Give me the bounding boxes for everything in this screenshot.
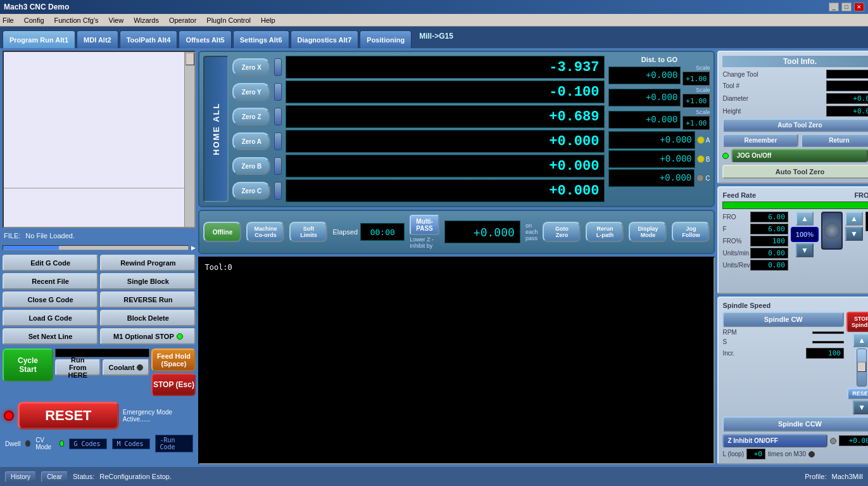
soft-limits-button[interactable]: SoftLimits xyxy=(289,222,327,242)
spindle-increase-button[interactable]: ▲ xyxy=(853,333,868,347)
close-gcode-button[interactable]: Close G Code xyxy=(3,291,98,308)
menu-function-cfgs[interactable]: Function Cfg's xyxy=(54,16,99,24)
spindle-ccw-button[interactable]: Spindle CCW xyxy=(722,416,868,432)
jog-follow-button[interactable]: JogFollow xyxy=(672,222,710,242)
feed-decrease-right-button[interactable]: ▼ xyxy=(845,227,863,241)
tab-offsets[interactable]: Offsets Alt5 xyxy=(179,30,231,48)
center-panel: HOME ALL Zero X Zero Y Zero Z Zero A Zer… xyxy=(198,51,715,464)
rewind-program-button[interactable]: Rewind Program xyxy=(100,255,196,271)
feed-decrease-button[interactable]: ▼ xyxy=(796,243,814,257)
progress-area: ▶ xyxy=(3,245,196,251)
tab-program-run[interactable]: Program Run Alt1 xyxy=(3,30,75,48)
close-button[interactable]: ✕ xyxy=(854,3,864,11)
load-gcode-button[interactable]: Load G Code xyxy=(3,310,98,326)
zero-b-button[interactable]: Zero B xyxy=(232,157,270,175)
spindle-slider[interactable] xyxy=(857,349,867,387)
spindle-cw-button[interactable]: Spindle CW xyxy=(722,312,843,327)
gcode-scrollbar-thumb[interactable] xyxy=(186,53,194,65)
zero-z-button[interactable]: Zero Z xyxy=(232,108,270,125)
z-inhibit-led xyxy=(830,438,836,444)
b-axis-slider[interactable] xyxy=(274,157,282,175)
gcode-divider xyxy=(4,188,184,189)
stop-esc-button[interactable]: STOP (Esc) xyxy=(151,373,196,396)
menu-wizards[interactable]: Wizards xyxy=(134,16,159,24)
left-panel: FILE: No File Loaded. ▶ Edit G Code Rewi… xyxy=(3,51,196,464)
tab-positioning[interactable]: Positioning xyxy=(360,30,412,48)
feed-increase-right-button[interactable]: ▲ xyxy=(845,212,863,226)
gcode-scrollbar[interactable] xyxy=(184,52,194,227)
menu-view[interactable]: View xyxy=(109,16,124,24)
menu-file[interactable]: File xyxy=(3,16,14,24)
display-mode-button[interactable]: DisplayMode xyxy=(629,222,667,242)
machine-coords-button[interactable]: MachineCo-ords xyxy=(246,222,284,242)
z-axis-slider[interactable] xyxy=(274,108,282,125)
minimize-button[interactable]: _ xyxy=(829,3,839,11)
l-loop-row: L (loop) +0 times on M30 xyxy=(722,449,868,459)
zero-c-button[interactable]: Zero C xyxy=(232,182,270,200)
remember-button[interactable]: Remember xyxy=(722,134,798,147)
g-codes-display[interactable]: G Codes xyxy=(69,438,107,449)
zero-y-button[interactable]: Zero Y xyxy=(232,83,270,101)
c-axis-label: C xyxy=(705,175,710,182)
home-all-button[interactable]: HOME ALL xyxy=(203,56,229,202)
run-from-here-button[interactable]: Run From HERE xyxy=(55,359,101,376)
tool-num-row: Tool # 0 xyxy=(722,80,868,91)
b-axis-label: B xyxy=(706,156,710,163)
b-dro: +0.000 xyxy=(286,155,605,177)
feed-hold-button[interactable]: Feed Hold (Space) xyxy=(151,349,196,371)
maximize-button[interactable]: □ xyxy=(841,3,852,11)
spindle-decrease-button[interactable]: ▼ xyxy=(853,400,868,414)
spindle-reset-button[interactable]: RESET xyxy=(847,388,868,399)
single-block-button[interactable]: Single Block xyxy=(100,273,196,290)
jog-led-left xyxy=(722,153,729,159)
feed-bar xyxy=(722,201,868,209)
axis-sliders xyxy=(274,56,282,202)
zero-a-button[interactable]: Zero A xyxy=(232,132,270,150)
block-delete-button[interactable]: Block Delete xyxy=(100,310,196,326)
tab-toolpath[interactable]: ToolPath Alt4 xyxy=(120,30,178,48)
goto-zero-button[interactable]: GotoZero xyxy=(543,222,581,242)
menu-operator[interactable]: Operator xyxy=(169,16,196,24)
z-scale-label: Scale xyxy=(682,109,710,115)
jog-onoff-button[interactable]: JOG On/Off xyxy=(731,149,868,162)
m1-optional-stop-button[interactable]: M1 Optional STOP xyxy=(100,328,196,345)
auto-tool-zero-button[interactable]: Auto Tool Zero xyxy=(722,118,868,132)
x-axis-slider[interactable] xyxy=(274,58,282,76)
spindle-title: Spindle Speed xyxy=(722,302,868,309)
multipass-button[interactable]: Multi-PASS xyxy=(410,215,439,235)
z-inhibit-button[interactable]: Z Inhibit ON/OFF xyxy=(722,434,827,447)
cycle-start-button[interactable]: Cycle Start xyxy=(3,349,53,381)
recent-file-button[interactable]: Recent File xyxy=(3,273,98,290)
stop-spindle-button[interactable]: STOP Spindle xyxy=(846,312,868,332)
run-code-display[interactable]: -Run Code xyxy=(155,435,193,452)
auto-tool-zero2-button[interactable]: Auto Tool Zero xyxy=(722,165,868,179)
b-dist-row: +0.000 B xyxy=(608,150,710,168)
menu-config[interactable]: Config xyxy=(24,16,44,24)
history-button[interactable]: History xyxy=(5,471,36,482)
return-button[interactable]: Return xyxy=(801,134,868,147)
tab-mdi[interactable]: MDI Alt2 xyxy=(77,30,118,48)
tab-diagnostics[interactable]: Diagnostics Alt7 xyxy=(291,30,359,48)
clear-button[interactable]: Clear xyxy=(41,471,68,482)
feed-increase-button[interactable]: ▲ xyxy=(796,212,814,226)
offline-button[interactable]: Offline xyxy=(203,222,241,242)
menu-plugin-control[interactable]: PlugIn Control xyxy=(206,16,251,24)
reset-button[interactable]: RESET xyxy=(18,402,119,430)
set-next-line-button[interactable]: Set Next Line xyxy=(3,328,98,345)
c-dro: +0.000 xyxy=(286,179,605,202)
zero-x-button[interactable]: Zero X xyxy=(232,58,270,76)
coolant-button[interactable]: Coolant xyxy=(103,359,150,376)
menu-help[interactable]: Help xyxy=(261,16,275,24)
feed-dial[interactable] xyxy=(821,212,843,250)
y-axis-slider[interactable] xyxy=(274,83,282,101)
progress-fill xyxy=(3,246,59,250)
tab-settings[interactable]: Settings Alt6 xyxy=(233,30,289,48)
a-axis-slider[interactable] xyxy=(274,132,282,150)
gcode-display[interactable] xyxy=(3,51,196,228)
f-row: F 6.00 xyxy=(722,224,788,234)
edit-gcode-button[interactable]: Edit G Code xyxy=(3,255,98,271)
m-codes-display[interactable]: M Codes xyxy=(112,438,150,449)
c-axis-slider[interactable] xyxy=(274,182,282,200)
rerun-last-button[interactable]: RerunL-path xyxy=(586,222,624,242)
reverse-run-button[interactable]: REVERSE Run xyxy=(100,291,196,308)
